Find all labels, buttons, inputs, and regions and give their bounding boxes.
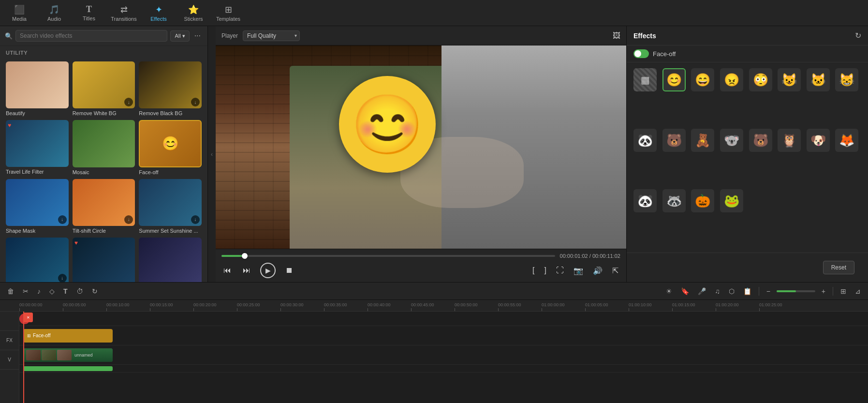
screenshot-button[interactable]: 🖼: [613, 31, 620, 40]
emoji-cell-raccoon[interactable]: 🦝: [662, 189, 686, 212]
face-off-toggle[interactable]: [633, 49, 649, 58]
stop-button[interactable]: ⏹: [283, 264, 295, 277]
text-tool-button[interactable]: T: [61, 286, 70, 297]
expand-button[interactable]: ⊿: [853, 286, 863, 297]
delete-tool-button[interactable]: 🗑: [5, 286, 16, 297]
timer-tool-button[interactable]: ⏱: [74, 286, 86, 297]
play-button[interactable]: ▶: [260, 263, 276, 278]
quality-selector[interactable]: Full Quality High Quality Medium Quality…: [243, 30, 300, 41]
emoji-cell-pumpkin[interactable]: 🎃: [691, 189, 714, 212]
volume-button[interactable]: 🔊: [591, 264, 604, 277]
emoji-cell-angry[interactable]: 😠: [720, 68, 743, 91]
effect-item-geometric-vortex[interactable]: Geometric Vortex Ove...: [139, 238, 202, 282]
download-icon: ↓: [191, 215, 200, 224]
settings-button[interactable]: ⇱: [610, 264, 620, 277]
freeze-tool-button[interactable]: ◇: [47, 286, 57, 297]
nav-item-media[interactable]: ⬛ Media: [2, 0, 37, 26]
emoji-cell-owl[interactable]: 🦉: [778, 129, 801, 152]
quality-select[interactable]: Full Quality High Quality Medium Quality…: [243, 30, 300, 41]
zoom-track[interactable]: [777, 290, 815, 292]
music-tool-button[interactable]: ♫: [712, 286, 722, 297]
emoji-cell-bear4[interactable]: 🐻: [749, 129, 772, 152]
bracket-in-button[interactable]: [: [530, 264, 536, 277]
mic-tool-button[interactable]: 🎤: [695, 286, 708, 297]
progress-bar[interactable]: [221, 255, 555, 257]
playhead[interactable]: ✕: [23, 312, 24, 403]
refresh-button[interactable]: ↻: [855, 31, 861, 40]
track-labels: FX V: [0, 312, 19, 403]
emoji-cell-cat3[interactable]: 😸: [835, 68, 858, 91]
effect-label-mosaic: Mosaic: [73, 169, 135, 175]
effect-item-summer-set-2[interactable]: ↓Summer Set Sunshine ...: [6, 238, 69, 282]
zoom-in-button[interactable]: +: [819, 286, 828, 297]
emoji-cell-blush[interactable]: 😳: [749, 68, 772, 91]
emoji-cell-smile[interactable]: 😊: [662, 68, 686, 91]
nav-item-templates[interactable]: ⊞ Templates: [211, 0, 246, 26]
progress-fill: [221, 255, 245, 257]
ruler-mark: 00:00:05:00: [63, 302, 106, 311]
current-time: 00:00:01:02: [560, 253, 588, 259]
cut-tool-button[interactable]: ✂: [20, 286, 31, 297]
ruler-mark: 01:00:15:00: [672, 302, 716, 311]
rotate-tool-button[interactable]: ↻: [89, 286, 100, 297]
video-clip-button[interactable]: 📋: [741, 286, 754, 297]
step-back-button[interactable]: ⏮: [221, 264, 233, 277]
titles-icon: T: [86, 4, 92, 15]
effect-thumb-mosaic: [73, 120, 135, 167]
emoji-cell-panda1[interactable]: 🐼: [633, 129, 657, 152]
zoom-fill: [777, 290, 796, 292]
filter-dropdown[interactable]: All ▾: [170, 30, 189, 42]
sun-tool-button[interactable]: ☀: [663, 286, 675, 297]
emoji-cell-frog[interactable]: 🐸: [720, 189, 743, 212]
left-panel: 🔍 All ▾ ··· UTILITY Beautify↓Remove Whit…: [0, 26, 208, 282]
zoom-out-button[interactable]: −: [764, 286, 773, 297]
effect-item-face-off[interactable]: 😊Face-off: [139, 120, 202, 175]
video-frame: 😊: [216, 45, 626, 249]
effect-item-mosaic[interactable]: Mosaic: [73, 120, 135, 175]
audio-tool-button[interactable]: ♪: [35, 286, 43, 297]
nav-item-effects[interactable]: ✦ Effects: [141, 0, 176, 26]
player-toolbar: Player Full Quality High Quality Medium …: [216, 26, 626, 45]
fullscreen-button[interactable]: ⛶: [554, 264, 566, 277]
emoji-cell-laugh[interactable]: 😄: [691, 68, 714, 91]
ruler-mark: 00:00:10:00: [106, 302, 150, 311]
effect-item-summer-set-1[interactable]: ↓Summer Set Sunshine ...: [139, 179, 202, 234]
video-track-item[interactable]: unnamed: [23, 348, 113, 362]
frame-back-button[interactable]: ⏭: [241, 264, 252, 277]
effect-item-beautify[interactable]: Beautify: [6, 61, 69, 116]
collapse-panel-button[interactable]: ‹: [208, 26, 216, 282]
reset-button[interactable]: Reset: [823, 261, 854, 274]
ruler-mark: 00:00:30:00: [280, 302, 324, 311]
emoji-cell-cat2[interactable]: 🐱: [807, 68, 830, 91]
emoji-cell-cat1[interactable]: 😺: [778, 68, 801, 91]
bookmark-tool-button[interactable]: 🔖: [678, 286, 691, 297]
effect-item-shape-mask[interactable]: ↓Shape Mask: [6, 179, 69, 234]
emoji-cell-panda2[interactable]: 🐼: [633, 189, 657, 212]
effect-item-tilt-shift-circle[interactable]: ↓Tilt-shift Circle: [73, 179, 135, 234]
nav-item-stickers[interactable]: ⭐ Stickers: [176, 0, 211, 26]
nav-item-audio[interactable]: 🎵 Audio: [37, 0, 72, 26]
emoji-cell-dog1[interactable]: 🐶: [807, 129, 830, 152]
ai-tool-button[interactable]: ⬡: [726, 286, 737, 297]
nav-item-transitions[interactable]: ⇄ Transitions: [106, 0, 141, 26]
emoji-cell-mosaic-block[interactable]: ▦: [633, 68, 657, 91]
nav-item-titles[interactable]: T Titles: [72, 0, 106, 26]
emoji-cell-bear1[interactable]: 🐻: [662, 129, 686, 152]
emoji-cell-bear2[interactable]: 🧸: [691, 129, 714, 152]
grid-view-button[interactable]: ⊞: [838, 286, 849, 297]
effect-item-remove-white-bg[interactable]: ↓Remove White BG: [73, 61, 135, 116]
emoji-cell-fox[interactable]: 🦊: [835, 129, 858, 152]
effect-item-summer-set-3[interactable]: ♥Summer Set Sunshine ...: [73, 238, 135, 282]
search-input[interactable]: [15, 30, 167, 42]
snapshot-button[interactable]: 📷: [572, 264, 585, 277]
effect-item-remove-black-bg[interactable]: ↓Remove Black BG: [139, 61, 202, 116]
ruler-mark: 00:00:25:00: [237, 302, 280, 311]
track-label-fx: FX: [0, 331, 19, 350]
more-options-button[interactable]: ···: [192, 30, 203, 41]
effect-label-face-off: Face-off: [139, 169, 202, 175]
bracket-out-button[interactable]: ]: [543, 264, 548, 277]
nav-label-templates: Templates: [216, 16, 240, 22]
emoji-cell-bear3[interactable]: 🐨: [720, 129, 743, 152]
face-off-track-item[interactable]: ⊞ Face-off: [23, 329, 113, 343]
effect-item-travel-life-filter[interactable]: ♥Travel Life Filter: [6, 120, 69, 175]
